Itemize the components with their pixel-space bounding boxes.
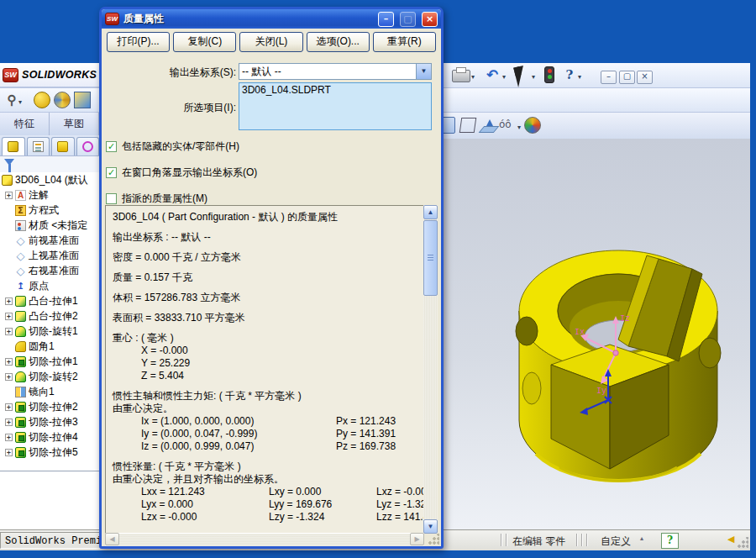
expand-toggle-icon[interactable]: + bbox=[5, 449, 13, 456]
tree-root-label: 3D06_L04 (默认 bbox=[15, 172, 88, 187]
tree-item[interactable]: + 注解 bbox=[0, 187, 99, 203]
checkbox-icon[interactable] bbox=[106, 141, 117, 152]
measure-tape-icon[interactable] bbox=[34, 92, 50, 108]
command-tab[interactable]: 特征 bbox=[0, 113, 50, 135]
expand-toggle-icon[interactable] bbox=[5, 222, 13, 229]
expand-toggle-icon[interactable]: + bbox=[5, 434, 13, 441]
tree-item[interactable]: + 凸台-拉伸2 bbox=[0, 308, 99, 324]
collapse-arrow-icon[interactable]: ◀ bbox=[727, 534, 734, 545]
expand-toggle-icon[interactable]: + bbox=[5, 192, 13, 199]
view-settings-dropdown-icon[interactable]: ▾ bbox=[517, 124, 521, 131]
smart-dimension-icon[interactable]: ⚲ bbox=[3, 92, 20, 108]
tab-property-manager[interactable] bbox=[27, 137, 50, 155]
tree-item[interactable]: + 切除-拉伸2 bbox=[0, 399, 99, 414]
report-horizontal-scrollbar[interactable]: ◀ ▶ bbox=[105, 534, 424, 546]
scroll-right-icon[interactable]: ▶ bbox=[410, 533, 424, 545]
tree-item[interactable]: + 切除-拉伸4 bbox=[0, 429, 99, 445]
tree-item[interactable]: + 切除-拉伸5 bbox=[0, 445, 99, 460]
expand-toggle-icon[interactable]: + bbox=[5, 297, 13, 305]
tree-item[interactable]: + 切除-拉伸3 bbox=[0, 414, 99, 429]
expand-toggle-icon[interactable]: + bbox=[5, 313, 13, 320]
expand-toggle-icon[interactable]: + bbox=[5, 403, 13, 411]
coord-system-dropdown[interactable]: -- 默认 -- ▼ bbox=[239, 63, 432, 80]
dialog-action-button[interactable]: 重算(R) bbox=[373, 32, 436, 52]
dialog-action-button[interactable]: 打印(P)... bbox=[107, 32, 170, 52]
expand-toggle-icon[interactable] bbox=[5, 388, 13, 396]
dialog-action-button[interactable]: 关闭(L) bbox=[239, 32, 302, 52]
dialog-action-button[interactable]: 复制(C) bbox=[173, 32, 236, 52]
dialog-resize-grip-icon[interactable] bbox=[428, 534, 439, 545]
selected-items-listbox[interactable]: 3D06_L04.SLDPRT bbox=[239, 82, 432, 130]
help-icon[interactable]: ? bbox=[561, 66, 578, 83]
dialog-close-button[interactable]: × bbox=[422, 12, 438, 27]
status-custom-label[interactable]: 自定义 bbox=[601, 534, 631, 549]
undo-dropdown-icon[interactable]: ▾ bbox=[502, 73, 506, 81]
tab-feature-tree[interactable] bbox=[2, 137, 25, 155]
expand-toggle-icon[interactable]: + bbox=[5, 328, 13, 335]
option-row[interactable]: 包括隐藏的实体/零部件(H) bbox=[106, 140, 239, 154]
expand-toggle-icon[interactable] bbox=[5, 237, 13, 245]
scroll-left-icon[interactable]: ◀ bbox=[105, 533, 119, 545]
view-settings-icon[interactable]: óô bbox=[499, 116, 516, 133]
app-close-button[interactable]: × bbox=[637, 71, 653, 84]
tree-item[interactable]: 镜向1 bbox=[0, 384, 99, 399]
dialog-action-button[interactable]: 选项(O)... bbox=[307, 32, 370, 52]
mass-properties-icon[interactable] bbox=[54, 92, 71, 108]
print-dropdown-icon[interactable]: ▾ bbox=[471, 73, 475, 81]
expand-toggle-icon[interactable]: + bbox=[5, 373, 13, 381]
selected-item[interactable]: 3D06_L04.SLDPRT bbox=[242, 84, 331, 96]
tree-item[interactable]: + 切除-旋转1 bbox=[0, 324, 99, 339]
tree-root-item[interactable]: 3D06_L04 (默认 bbox=[0, 172, 99, 187]
scroll-down-icon[interactable]: ▼ bbox=[423, 519, 438, 534]
select-arrow-icon[interactable] bbox=[513, 66, 528, 87]
expand-toggle-icon[interactable] bbox=[5, 252, 13, 260]
rebuild-traffic-light-icon[interactable] bbox=[544, 66, 554, 83]
checkbox-icon[interactable] bbox=[106, 193, 117, 204]
configuration-manager-icon bbox=[57, 141, 68, 152]
tree-item[interactable]: 右视基准面 bbox=[0, 263, 99, 278]
option-row[interactable]: 指派的质量属性(M) bbox=[106, 192, 207, 206]
tree-item[interactable]: 材质 <未指定 bbox=[0, 218, 99, 233]
print-icon[interactable] bbox=[452, 70, 470, 82]
tree-item[interactable]: + 切除-拉伸1 bbox=[0, 354, 99, 369]
option-row[interactable]: 在窗口角落显示输出坐标系(O) bbox=[106, 166, 257, 180]
expand-toggle-icon[interactable] bbox=[5, 282, 13, 290]
select-dropdown-icon[interactable]: ▾ bbox=[532, 73, 535, 81]
expand-toggle-icon[interactable]: + bbox=[5, 418, 13, 426]
expand-toggle-icon[interactable]: + bbox=[5, 358, 13, 366]
tree-item[interactable]: + 凸台-拉伸1 bbox=[0, 293, 99, 308]
command-tab[interactable]: 草图 bbox=[50, 113, 99, 135]
tab-dimxpert[interactable] bbox=[76, 137, 100, 155]
chevron-down-icon[interactable]: ▼ bbox=[416, 64, 431, 79]
normal-to-icon[interactable] bbox=[480, 118, 497, 134]
expand-toggle-icon[interactable] bbox=[5, 207, 13, 214]
app-minimize-button[interactable]: – bbox=[601, 71, 617, 84]
tree-item[interactable]: 方程式 bbox=[0, 203, 99, 218]
section-properties-icon[interactable] bbox=[74, 92, 91, 108]
filter-funnel-icon[interactable] bbox=[4, 159, 14, 166]
tools-dropdown-icon[interactable]: ▾ bbox=[18, 98, 22, 106]
tree-item[interactable]: + 切除-旋转2 bbox=[0, 369, 99, 384]
scroll-up-icon[interactable]: ▲ bbox=[423, 205, 438, 219]
tab-configuration-manager[interactable] bbox=[51, 137, 75, 155]
resize-grip-icon[interactable] bbox=[737, 537, 748, 549]
status-help-icon[interactable]: ? bbox=[661, 533, 679, 549]
undo-icon[interactable]: ↶ bbox=[484, 66, 501, 83]
scroll-thumb[interactable] bbox=[423, 220, 438, 296]
tree-item[interactable]: 上视基准面 bbox=[0, 248, 99, 263]
dialog-titlebar[interactable]: SW 质量属性 – ▢ × bbox=[102, 9, 441, 29]
custom-dropdown-icon[interactable]: ▴ bbox=[640, 534, 643, 542]
tree-item[interactable]: 圆角1 bbox=[0, 339, 99, 354]
app-maximize-button[interactable]: ▢ bbox=[619, 71, 635, 84]
realview-icon[interactable] bbox=[524, 117, 541, 134]
tree-item[interactable]: 原点 bbox=[0, 278, 99, 293]
expand-toggle-icon[interactable] bbox=[5, 343, 13, 350]
expand-toggle-icon[interactable] bbox=[5, 267, 13, 275]
part-3d-model[interactable]: Iz Ix Iy bbox=[502, 212, 746, 489]
report-vertical-scrollbar[interactable]: ▲ ▼ bbox=[423, 205, 438, 534]
tree-item[interactable]: 前视基准面 bbox=[0, 233, 99, 248]
dialog-minimize-button[interactable]: – bbox=[378, 12, 394, 27]
checkbox-icon[interactable] bbox=[106, 167, 117, 178]
help-dropdown-icon[interactable]: ▾ bbox=[578, 73, 581, 81]
wireframe-view-icon[interactable] bbox=[459, 118, 477, 133]
